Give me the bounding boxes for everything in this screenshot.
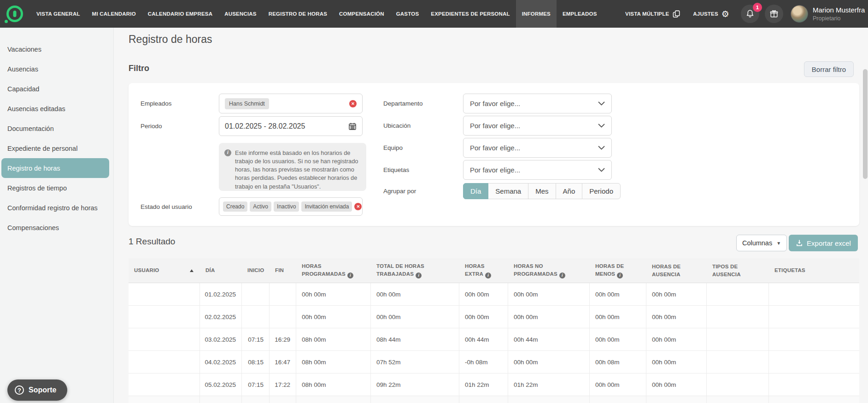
cell-inicio: 08:15 — [242, 351, 270, 373]
app-logo[interactable] — [6, 6, 23, 22]
chevron-down-icon — [598, 124, 605, 128]
info-icon[interactable]: i — [617, 273, 623, 279]
table-row-partial — [129, 396, 859, 403]
sidebar-item-expediente-de-personal[interactable]: Expediente de personal — [0, 138, 113, 158]
info-icon[interactable]: i — [347, 273, 353, 279]
nav-vista-general[interactable]: VISTA GENERAL — [30, 0, 86, 28]
nav-empleados[interactable]: EMPLEADOS — [557, 0, 603, 28]
cell-horas-de-menos: 00h 00m — [590, 373, 646, 396]
clear-empleados-icon[interactable]: ✕ — [349, 100, 357, 107]
col-header-inicio: INICIO — [242, 258, 270, 283]
cell-dia: 02.02.2025 — [200, 306, 242, 328]
vista-multiple-label: VISTA MÚLTIPLE — [625, 11, 669, 17]
sidebar-item-capacidad[interactable]: Capacidad — [0, 79, 113, 99]
empleados-input[interactable]: Hans Schmidt ✕ — [219, 94, 363, 113]
nav-compensacion[interactable]: COMPENSACIÓN — [333, 0, 390, 28]
user-name: Marion Musterfra — [813, 6, 868, 15]
cell-tipos-ausencia — [707, 373, 769, 396]
cell-horas-no-programadas: 00h 00m — [508, 351, 590, 373]
user-meta[interactable]: Marion Musterfra Propietario — [813, 6, 868, 22]
nav-expedientes-de-personal[interactable]: EXPEDIENTES DE PERSONAL — [425, 0, 516, 28]
cell-tipos-ausencia — [707, 328, 769, 350]
top-navbar: VISTA GENERAL MI CALENDARIO CALENDARIO E… — [0, 0, 868, 28]
cell-horas-extra: 00h 00m — [459, 306, 508, 328]
etiquetas-select[interactable]: Por favor elige... — [463, 160, 612, 180]
cell-horas-programadas: 08h 00m — [296, 351, 371, 373]
cell-horas-ausencia: 00h 00m — [646, 373, 707, 396]
cell-horas-ausencia: 00h 00m — [646, 306, 707, 328]
cell-tipos-ausencia — [707, 283, 769, 305]
col-header-fin: FIN — [270, 258, 296, 283]
cell-horas-programadas: 00h 00m — [296, 306, 371, 328]
nav-gastos[interactable]: GASTOS — [390, 0, 425, 28]
ajustes-label: AJUSTES — [693, 11, 718, 17]
cell-dia: 05.02.2025 — [200, 373, 242, 396]
calendar-icon[interactable] — [348, 122, 357, 130]
cell-horas-extra: 01h 22m — [459, 373, 508, 396]
sidebar-item-documentacion[interactable]: Documentación — [0, 119, 113, 138]
notifications-button[interactable]: 1 — [741, 5, 759, 23]
nav-mi-calendario[interactable]: MI CALENDARIO — [86, 0, 142, 28]
info-icon: i — [224, 149, 231, 156]
sidebar-item-registros-de-tiempo[interactable]: Registros de tiempo — [0, 178, 113, 198]
agrupar-periodo-button[interactable]: Periodo — [582, 183, 621, 199]
departamento-select[interactable]: Por favor elige... — [463, 94, 612, 113]
user-avatar[interactable] — [791, 5, 808, 23]
cell-etiquetas — [769, 306, 859, 328]
sidebar-list: Vacaciones Ausencias Capacidad Ausencias… — [0, 39, 113, 237]
sidebar-item-ausencias[interactable]: Ausencias — [0, 59, 113, 79]
info-icon[interactable]: i — [559, 273, 565, 279]
cell-total-trabajadas: 08h 44m — [371, 328, 459, 350]
estado-tag: Inactivo — [274, 202, 299, 212]
nav-ajustes[interactable]: AJUSTES ⚙ — [687, 0, 735, 28]
cell-etiquetas — [769, 373, 859, 396]
chevron-down-icon — [598, 168, 605, 172]
col-header-horas-programadas: HORAS PROGRAMADASi — [296, 258, 371, 283]
info-icon[interactable]: i — [485, 273, 491, 279]
estado-input[interactable]: Creado Activo Inactivo Invitación enviad… — [219, 197, 363, 216]
agrupar-mes-button[interactable]: Mes — [528, 183, 556, 199]
agrupar-dia-button[interactable]: Día — [463, 183, 488, 199]
navbar-right-group: VISTA MÚLTIPLE AJUSTES ⚙ 1 — [619, 0, 868, 28]
periodo-input[interactable]: 01.02.2025 - 28.02.2025 — [219, 116, 363, 136]
estado-tag: Activo — [250, 202, 271, 212]
table-row: 05.02.2025 07:15 17:22 08h 00m 09h 22m 0… — [129, 373, 859, 396]
nav-calendario-empresa[interactable]: CALENDARIO EMPRESA — [142, 0, 218, 28]
sidebar-item-conformidad-registro-de-horas[interactable]: Conformidad registro de horas — [0, 198, 113, 218]
gift-button[interactable] — [765, 5, 783, 23]
sidebar-item-ausencias-editadas[interactable]: Ausencias editadas — [0, 99, 113, 119]
col-header-horas-no-programadas: HORAS NO PROGRAMADASi — [508, 258, 590, 283]
support-button[interactable]: ? Soporte — [7, 379, 67, 401]
vertical-scrollbar[interactable] — [863, 69, 868, 179]
filter-heading: Filtro — [129, 64, 149, 73]
cell-fin — [270, 283, 296, 305]
col-header-usuario[interactable]: USUARIO — [129, 258, 200, 283]
ubicacion-label: Ubicación — [383, 122, 411, 129]
clear-filter-button[interactable]: Borrar filtro — [804, 61, 854, 77]
agrupar-segment: Día Semana Mes Año Periodo — [463, 183, 621, 199]
nav-informes[interactable]: INFORMES — [516, 0, 557, 28]
nav-registro-de-horas[interactable]: REGISTRO DE HORAS — [263, 0, 333, 28]
columns-button[interactable]: Columnas ▼ — [736, 235, 787, 251]
agrupar-semana-button[interactable]: Semana — [488, 183, 528, 199]
info-icon[interactable]: i — [416, 273, 422, 279]
chevron-down-icon — [598, 101, 605, 106]
cell-usuario — [129, 283, 200, 305]
cell-etiquetas — [769, 351, 859, 373]
nav-ausencias[interactable]: AUSENCIAS — [218, 0, 263, 28]
nav-vista-multiple[interactable]: VISTA MÚLTIPLE — [619, 0, 687, 28]
equipo-select[interactable]: Por favor elige... — [463, 138, 612, 158]
sidebar-item-vacaciones[interactable]: Vacaciones — [0, 39, 113, 59]
cell-horas-no-programadas: 00h 44m — [508, 328, 590, 350]
cell-dia: 03.02.2025 — [200, 328, 242, 350]
ubicacion-select[interactable]: Por favor elige... — [463, 116, 612, 136]
sidebar-item-registro-de-horas[interactable]: Registro de horas — [1, 158, 109, 178]
cell-etiquetas — [769, 328, 859, 350]
cell-fin: 17:22 — [270, 373, 296, 396]
cell-tipos-ausencia — [707, 306, 769, 328]
agrupar-ano-button[interactable]: Año — [556, 183, 583, 199]
col-header-horas-de-ausencia: HORAS DE AUSENCIA — [646, 258, 707, 283]
sidebar-item-compensaciones[interactable]: Compensaciones — [0, 218, 113, 237]
clear-estado-icon[interactable]: ✕ — [354, 203, 362, 210]
export-excel-button[interactable]: Exportar excel — [789, 235, 858, 251]
